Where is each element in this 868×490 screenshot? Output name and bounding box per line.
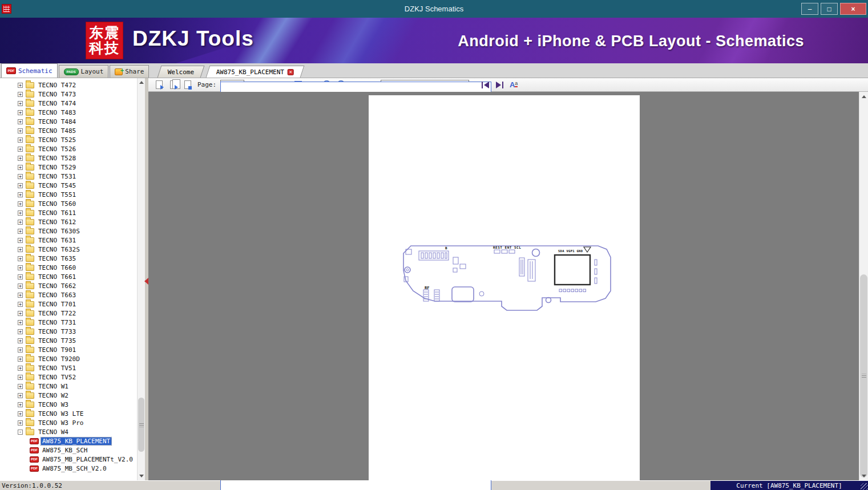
tab-schematic[interactable]: PDF Schematic bbox=[1, 63, 58, 78]
tree-folder-item[interactable]: +TECNO T472 bbox=[0, 80, 137, 90]
tree-folder-item[interactable]: +TECNO T551 bbox=[0, 190, 137, 199]
single-page-view-button[interactable] bbox=[154, 79, 165, 90]
expand-icon[interactable]: + bbox=[18, 302, 23, 307]
tree-folder-item[interactable]: +TECNO TV52 bbox=[0, 372, 137, 382]
expand-icon[interactable]: + bbox=[18, 284, 23, 289]
fit-page-button[interactable] bbox=[306, 79, 318, 90]
find-next-button[interactable] bbox=[494, 79, 505, 90]
expand-icon[interactable]: + bbox=[18, 201, 23, 206]
tree-folder-item[interactable]: +TECNO W3 Pro bbox=[0, 418, 137, 427]
expand-icon[interactable]: + bbox=[18, 238, 23, 243]
tree-folder-item[interactable]: +TECNO T733 bbox=[0, 327, 137, 336]
expand-icon[interactable]: + bbox=[18, 128, 23, 133]
tree-folder-item[interactable]: +TECNO TV51 bbox=[0, 363, 137, 372]
expand-icon[interactable]: + bbox=[18, 338, 23, 343]
sidebar-collapse-arrow[interactable] bbox=[144, 278, 148, 285]
titlebar[interactable]: DZKJ Schematics – □ × bbox=[0, 0, 868, 18]
expand-icon[interactable]: + bbox=[18, 393, 23, 398]
tree-folder-item[interactable]: +TECNO T735 bbox=[0, 336, 137, 345]
tree-folder-item[interactable]: +TECNO T701 bbox=[0, 299, 137, 309]
tree-folder-item[interactable]: +TECNO T483 bbox=[0, 108, 137, 117]
expand-icon[interactable]: + bbox=[18, 101, 23, 106]
tree-folder-item[interactable]: +TECNO T663 bbox=[0, 290, 137, 299]
expand-icon[interactable]: + bbox=[18, 420, 23, 426]
collapse-icon[interactable]: - bbox=[18, 430, 23, 435]
scroll-up-icon[interactable] bbox=[138, 78, 145, 87]
expand-icon[interactable]: + bbox=[18, 329, 23, 334]
tree-folder-item[interactable]: +TECNO T560 bbox=[0, 199, 137, 208]
tree-folder-item[interactable]: +TECNO T661 bbox=[0, 272, 137, 281]
tree-folder-item[interactable]: +TECNO W2 bbox=[0, 391, 137, 400]
tree-folder-item[interactable]: +TECNO W3 LTE bbox=[0, 409, 137, 418]
expand-icon[interactable]: + bbox=[18, 156, 23, 161]
scroll-up-icon[interactable] bbox=[859, 92, 868, 101]
tree-folder-item[interactable]: +TECNO T635 bbox=[0, 254, 137, 263]
expand-icon[interactable]: + bbox=[18, 411, 23, 416]
expand-icon[interactable]: + bbox=[18, 174, 23, 179]
expand-icon[interactable]: + bbox=[18, 384, 23, 389]
sidebar-scrollbar-thumb[interactable] bbox=[138, 398, 144, 452]
expand-icon[interactable]: + bbox=[18, 119, 23, 124]
tab-share[interactable]: Share bbox=[110, 65, 149, 78]
tab-layout[interactable]: PADS Layout bbox=[59, 65, 109, 78]
document-viewer[interactable]: B REST ENT SCL SDA VGP1 GND RF bbox=[148, 92, 868, 480]
tree-folder-item[interactable]: +TECNO T528 bbox=[0, 153, 137, 163]
doc-tab-aw875-kb-placement[interactable]: AW875_KB_PLACEMENT bbox=[205, 66, 304, 78]
expand-icon[interactable]: + bbox=[18, 274, 23, 280]
tree-folder-item[interactable]: +TECNO T660 bbox=[0, 263, 137, 272]
expand-icon[interactable]: + bbox=[18, 293, 23, 298]
tree-folder-item[interactable]: +TECNO T485 bbox=[0, 126, 137, 135]
file-tree[interactable]: +TECNO T472+TECNO T473+TECNO T474+TECNO … bbox=[0, 78, 137, 480]
expand-icon[interactable]: + bbox=[18, 256, 23, 261]
tree-folder-item[interactable]: -TECNO W4 bbox=[0, 427, 137, 436]
tree-folder-item[interactable]: +TECNO T473 bbox=[0, 90, 137, 99]
expand-icon[interactable]: + bbox=[18, 320, 23, 325]
close-tab-icon[interactable] bbox=[288, 69, 294, 75]
expand-icon[interactable]: + bbox=[18, 375, 23, 380]
scroll-down-icon[interactable] bbox=[138, 472, 145, 480]
match-case-button[interactable]: Aa bbox=[508, 79, 519, 90]
expand-icon[interactable]: + bbox=[18, 110, 23, 115]
tree-file-item[interactable]: PDFAW875_KB_SCH bbox=[0, 446, 137, 455]
doc-tab-welcome[interactable]: Welcome bbox=[158, 66, 205, 78]
tree-folder-item[interactable]: +TECNO T901 bbox=[0, 345, 137, 354]
tree-file-item[interactable]: PDFAW875_KB_PLACEMENT bbox=[0, 436, 137, 446]
maximize-button[interactable]: □ bbox=[821, 3, 838, 15]
expand-icon[interactable]: + bbox=[18, 220, 23, 225]
minimize-button[interactable]: – bbox=[801, 3, 818, 15]
tree-folder-item[interactable]: +TECNO T612 bbox=[0, 217, 137, 226]
tree-folder-item[interactable]: +TECNO T722 bbox=[0, 309, 137, 318]
vertical-scrollbar[interactable] bbox=[859, 92, 868, 480]
expand-icon[interactable]: + bbox=[18, 311, 23, 316]
tree-folder-item[interactable]: +TECNO T529 bbox=[0, 163, 137, 172]
expand-icon[interactable]: + bbox=[18, 147, 23, 152]
expand-icon[interactable]: + bbox=[18, 402, 23, 407]
tree-folder-item[interactable]: +TECNO T545 bbox=[0, 181, 137, 190]
expand-icon[interactable]: + bbox=[18, 165, 23, 170]
close-button[interactable]: × bbox=[840, 3, 866, 15]
tree-folder-item[interactable]: +TECNO T474 bbox=[0, 99, 137, 108]
tree-folder-item[interactable]: +TECNO T525 bbox=[0, 135, 137, 144]
tree-folder-item[interactable]: +TECNO T630S bbox=[0, 226, 137, 236]
expand-icon[interactable]: + bbox=[18, 92, 23, 97]
tree-folder-item[interactable]: +TECNO W1 bbox=[0, 382, 137, 391]
tree-folder-item[interactable]: +TECNO T731 bbox=[0, 318, 137, 327]
tree-file-item[interactable]: PDFAW875_MB_PLACEMENTt_V2.0 bbox=[0, 455, 137, 464]
tree-folder-item[interactable]: +TECNO T484 bbox=[0, 117, 137, 126]
expand-icon[interactable]: + bbox=[18, 229, 23, 234]
facing-pages-view-button[interactable] bbox=[168, 79, 179, 90]
tree-folder-item[interactable]: +TECNO T631 bbox=[0, 236, 137, 245]
expand-icon[interactable]: + bbox=[18, 137, 23, 143]
scroll-down-icon[interactable] bbox=[859, 471, 868, 480]
tree-folder-item[interactable]: +TECNO T632S bbox=[0, 245, 137, 254]
tree-folder-item[interactable]: +TECNO T662 bbox=[0, 281, 137, 290]
expand-icon[interactable]: + bbox=[18, 347, 23, 353]
sidebar-scrollbar[interactable] bbox=[137, 78, 145, 480]
tree-file-item[interactable]: PDFAW875_MB_SCH_V2.0 bbox=[0, 464, 137, 473]
tree-folder-item[interactable]: +TECNO T531 bbox=[0, 172, 137, 181]
continuous-view-button[interactable] bbox=[182, 79, 193, 90]
expand-icon[interactable]: + bbox=[18, 210, 23, 216]
expand-icon[interactable]: + bbox=[18, 265, 23, 270]
scrollbar-thumb[interactable] bbox=[860, 274, 867, 477]
tree-folder-item[interactable]: +TECNO T526 bbox=[0, 144, 137, 153]
